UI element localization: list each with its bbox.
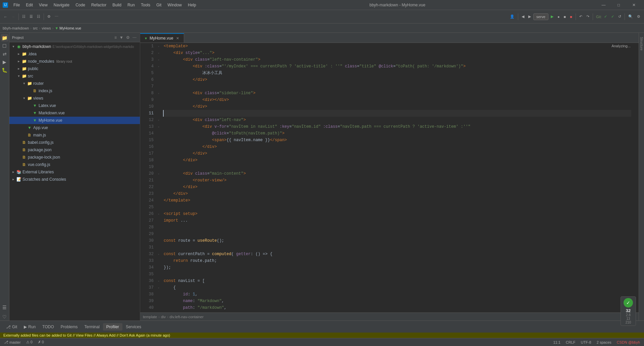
profiler-tab[interactable]: Profiler	[103, 323, 122, 331]
account-button[interactable]: 👤	[508, 13, 516, 20]
file-tree-content: ▼ ◉ bbyh-markdown E:\workspace\Git\bbyh-…	[9, 42, 140, 321]
badge-check-icon: ✓	[624, 298, 633, 307]
tree-label-markdownvue: Markdown.vue	[39, 111, 65, 115]
menu-run[interactable]: Run	[125, 2, 138, 8]
tree-item-views[interactable]: ▼ 📁 views	[9, 95, 140, 102]
tree-item-myhomevue[interactable]: ▼ MyHome.vue	[9, 117, 140, 124]
status-crlf[interactable]: CRLF	[565, 340, 577, 344]
tree-more-button[interactable]: ⋯	[132, 35, 137, 41]
menu-edit[interactable]: Edit	[23, 2, 36, 8]
menu-navigate[interactable]: Navigate	[51, 2, 72, 8]
git-check2[interactable]: ✓	[609, 13, 616, 20]
tree-item-latexvue[interactable]: ▼ Latex.vue	[9, 102, 140, 109]
status-warnings[interactable]: ⚠ 0	[25, 340, 34, 344]
run-play-button[interactable]: ▶	[549, 13, 555, 20]
menu-view[interactable]: View	[36, 2, 50, 8]
code-content[interactable]: <template> <div style="..."> <div class=…	[161, 43, 634, 312]
minimize-button[interactable]: —	[596, 3, 611, 7]
tree-settings-button[interactable]: ⚙	[125, 35, 130, 41]
tree-item-nodemodules[interactable]: ► 📁 node_modules library root	[9, 58, 140, 65]
tree-expand-button[interactable]: ▼	[119, 35, 124, 41]
code-breadcrumb-template[interactable]: template	[143, 315, 157, 319]
run-sidebar-icon[interactable]: ▶	[1, 58, 8, 66]
maximize-button[interactable]: □	[611, 3, 626, 7]
search-button[interactable]: 🔍	[627, 13, 635, 20]
tree-item-project[interactable]: ▼ ◉ bbyh-markdown E:\workspace\Git\bbyh-…	[9, 43, 140, 50]
tab-myhomevue[interactable]: ▼ MyHome.vue ✕	[140, 33, 184, 43]
git-check1[interactable]: ✓	[602, 13, 609, 20]
redo-button[interactable]: ↷	[585, 13, 591, 20]
services-tab[interactable]: Services	[122, 323, 145, 331]
breadcrumb-views[interactable]: views	[42, 26, 51, 30]
menu-refactor[interactable]: Refactor	[89, 2, 109, 8]
tree-item-packagelockjson[interactable]: 🗎 package-lock.json	[9, 154, 140, 161]
todo-tab[interactable]: TODO	[39, 323, 57, 331]
more-button[interactable]: ⋯	[53, 13, 60, 20]
list2-button[interactable]: ☷	[35, 13, 42, 20]
forward-button[interactable]: →	[10, 14, 17, 20]
run-forward-button[interactable]: ▶	[527, 13, 533, 20]
settings-button[interactable]: ⚙	[46, 13, 52, 20]
run-back-button[interactable]: ◀	[520, 13, 526, 20]
structure-sidebar-icon[interactable]: ☰	[1, 304, 8, 311]
run-debug-button[interactable]: ●	[556, 14, 561, 20]
tree-item-router[interactable]: ▼ 📁 router	[9, 80, 140, 87]
tree-item-indexjs[interactable]: 🗎 index.js	[9, 87, 140, 95]
tree-item-extlibs[interactable]: ► 📚 External Libraries	[9, 168, 140, 176]
menu-build[interactable]: Build	[110, 2, 124, 8]
close-button[interactable]: ✕	[626, 3, 641, 7]
menu-git[interactable]: Git	[154, 2, 164, 8]
status-indent[interactable]: 2 spaces	[595, 340, 613, 344]
menu-window[interactable]: Window	[165, 2, 184, 8]
tree-item-vueconfig[interactable]: 🗎 vue.config.js	[9, 161, 140, 168]
back-button[interactable]: ←	[2, 14, 9, 20]
menu-tools[interactable]: Tools	[138, 2, 153, 8]
status-position[interactable]: 11:1	[552, 340, 561, 344]
settings2-button[interactable]: ⚙	[635, 13, 642, 20]
code-body[interactable]: Analyzing... 123456789101112131415161718…	[140, 43, 639, 312]
git-sidebar-icon[interactable]: ⇄	[1, 50, 8, 58]
terminal-tab[interactable]: Terminal	[81, 323, 103, 331]
status-encoding[interactable]: UTF-8	[580, 340, 593, 344]
tree-item-markdownvue[interactable]: ▼ Markdown.vue	[9, 109, 140, 117]
breadcrumb-src[interactable]: src	[33, 26, 38, 30]
project-sidebar-icon[interactable]: 📁	[1, 34, 8, 42]
tree-item-appvue[interactable]: ▼ App.vue	[9, 124, 140, 131]
tree-item-idea[interactable]: ► 📁 .idea	[9, 50, 140, 58]
tree-item-packagejson[interactable]: 🗎 package.json	[9, 146, 140, 154]
code-breadcrumb-div[interactable]: div	[161, 315, 166, 319]
run-tab[interactable]: ▶ Run	[20, 323, 39, 331]
tree-collapse-button[interactable]: ≡	[114, 35, 117, 41]
tree-item-babel[interactable]: 🗎 babel.config.js	[9, 139, 140, 146]
tree-item-src[interactable]: ▼ 📁 src	[9, 72, 140, 80]
status-errors[interactable]: ✗ 0	[37, 340, 45, 344]
status-bar: ⎇ master ⚠ 0 ✗ 0 11:1 CRLF UTF-8 2 space…	[0, 338, 644, 346]
commit-icon[interactable]: ☐	[1, 42, 8, 50]
list-button[interactable]: ☰	[28, 13, 35, 20]
breadcrumb-file[interactable]: ▼MyHome.vue	[55, 26, 81, 30]
undo-button[interactable]: ↶	[578, 13, 584, 20]
run-cover-button[interactable]: ■	[562, 14, 568, 20]
menu-file[interactable]: File	[11, 2, 22, 8]
right-sidebar-label[interactable]: Structure	[640, 37, 643, 51]
git-tab[interactable]: ⎇ Git	[3, 323, 20, 331]
menu-code[interactable]: Code	[73, 2, 88, 8]
run-stop-button[interactable]: ■	[568, 14, 574, 20]
tree-item-scratches[interactable]: ► 📝 Scratches and Consoles	[9, 176, 140, 183]
toolbar-separator-1	[18, 13, 19, 20]
folder-icon-nodemodules: 📁	[21, 59, 27, 64]
menu-help[interactable]: Help	[185, 2, 199, 8]
tree-item-public[interactable]: ► 📁 public	[9, 65, 140, 72]
code-breadcrumb-class[interactable]: div.left-nav-container	[170, 315, 204, 319]
git-branch[interactable]: ⎇ master	[3, 340, 22, 344]
debug-sidebar-icon[interactable]: 🐛	[1, 66, 8, 74]
tree-item-mainjs[interactable]: 🗎 main.js	[9, 131, 140, 139]
app-icon: IJ	[3, 2, 8, 8]
layout-button[interactable]: ☷	[20, 13, 27, 20]
breadcrumb-project[interactable]: bbyh-markdown	[3, 26, 29, 30]
problems-tab[interactable]: Problems	[57, 323, 81, 331]
bookmarks-icon[interactable]: ♡	[1, 313, 8, 321]
tab-close-button[interactable]: ✕	[175, 36, 180, 41]
serve-dropdown[interactable]: serve	[533, 13, 548, 20]
git-arrow[interactable]: ↺	[616, 13, 623, 20]
